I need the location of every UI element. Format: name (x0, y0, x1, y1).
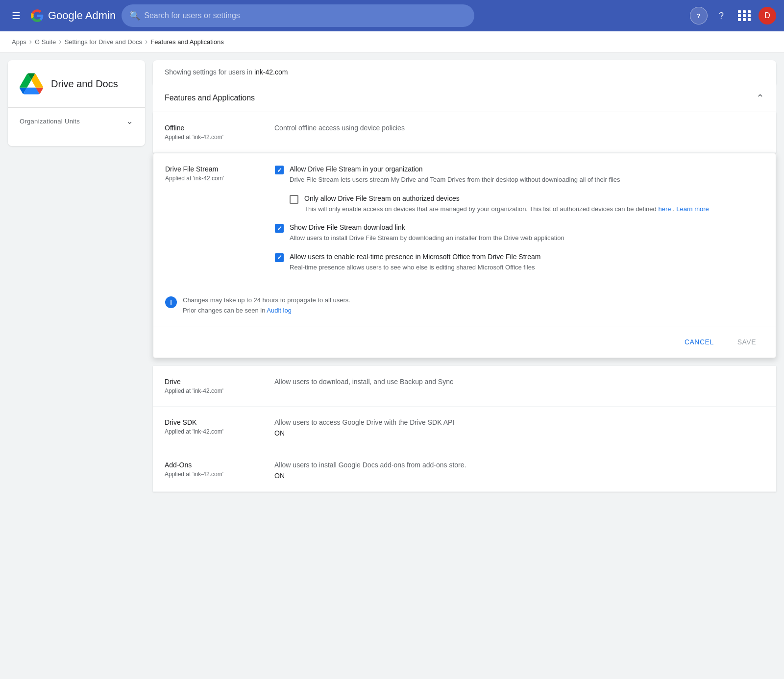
drive-sdk-title: Drive SDK (165, 418, 263, 426)
addons-row: Add-Ons Applied at 'ink-42.com' Allow us… (153, 449, 776, 492)
dfs-main-checkbox[interactable]: ✓ (275, 166, 284, 174)
check-mark: ✓ (277, 167, 282, 174)
dfs-authorized-checkbox-item: Only allow Drive File Stream on authoriz… (290, 194, 764, 214)
dfs-label: Drive File Stream Applied at 'ink-42.com… (165, 165, 263, 182)
breadcrumb-sep-3: › (145, 37, 147, 46)
drive-sdk-description: Allow users to access Google Drive with … (274, 418, 764, 426)
org-units-header[interactable]: Organizational Units ⌄ (8, 108, 145, 134)
learn-more-link[interactable]: Learn more (676, 205, 709, 213)
google-logo-icon (30, 9, 44, 23)
nav-right: ? ? D (690, 6, 776, 25)
menu-icon[interactable]: ☰ (8, 6, 24, 25)
dfs-download-checkbox-item: ✓ Show Drive File Stream download link A… (275, 223, 764, 243)
panel-header-row: Drive File Stream Applied at 'ink-42.com… (153, 153, 776, 284)
user-avatar[interactable]: D (759, 7, 776, 24)
collapse-icon: ⌃ (756, 92, 764, 104)
dfs-authorized-desc: This will only enable access on devices … (304, 204, 709, 214)
offline-title: Offline (165, 124, 263, 132)
content-area: Showing settings for users in ink-42.com… (153, 60, 776, 675)
dfs-main-desc: Drive File Stream lets users stream My D… (290, 175, 620, 185)
here-link[interactable]: here (658, 205, 671, 213)
features-header[interactable]: Features and Applications ⌃ (153, 84, 776, 112)
addons-status: ON (274, 472, 764, 480)
dfs-download-label: Show Drive File Stream download link (290, 223, 564, 231)
top-nav: ☰ Google Admin 🔍 ? ? D (0, 0, 784, 31)
breadcrumb: Apps › G Suite › Settings for Drive and … (0, 31, 784, 52)
search-icon: 🔍 (129, 10, 140, 21)
addons-title: Add-Ons (165, 461, 263, 469)
info-icon: i (165, 296, 177, 308)
check-mark-3: ✓ (277, 254, 282, 261)
dfs-presence-checkbox-item: ✓ Allow users to enable real-time presen… (275, 253, 764, 272)
offline-section: Offline Applied at 'ink-42.com' Control … (153, 112, 776, 153)
help-icon[interactable]: ? (711, 6, 731, 25)
drive-sdk-status: ON (274, 429, 764, 437)
addons-applied: Applied at 'ink-42.com' (165, 471, 263, 478)
showing-domain: ink-42.com (254, 68, 288, 76)
dfs-content: ✓ Allow Drive File Stream in your organi… (275, 165, 764, 272)
sidebar-app-header: Drive and Docs (8, 72, 145, 107)
apps-grid-icon[interactable] (735, 6, 755, 25)
support-icon[interactable]: ? (690, 7, 708, 24)
addons-label: Add-Ons Applied at 'ink-42.com' (165, 461, 263, 478)
showing-prefix: Showing settings for users in (165, 68, 252, 76)
info-line2-pre: Prior changes can be seen in (183, 307, 265, 314)
drive-file-stream-panel: Drive File Stream Applied at 'ink-42.com… (153, 153, 776, 358)
info-box: i Changes may take up to 24 hours to pro… (153, 295, 776, 326)
search-input[interactable] (144, 11, 466, 20)
drive-sdk-row: Drive SDK Applied at 'ink-42.com' Allow … (153, 407, 776, 449)
showing-settings-bar: Showing settings for users in ink-42.com (153, 60, 776, 84)
sidebar-section: Organizational Units ⌄ (8, 107, 145, 134)
drive-description: Allow users to download, install, and us… (274, 378, 764, 386)
dfs-presence-checkbox[interactable]: ✓ (275, 253, 284, 262)
breadcrumb-sep-2: › (59, 37, 61, 46)
chevron-down-icon: ⌄ (126, 116, 133, 126)
dfs-title: Drive File Stream (165, 165, 263, 173)
dfs-authorized-label: Only allow Drive File Stream on authoriz… (304, 194, 709, 202)
dfs-authorized-pre: This will only enable access on devices … (304, 205, 657, 213)
drive-sdk-label: Drive SDK Applied at 'ink-42.com' (165, 418, 263, 435)
search-bar[interactable]: 🔍 (122, 4, 474, 27)
drive-sdk-applied: Applied at 'ink-42.com' (165, 428, 263, 435)
sidebar-app-title: Drive and Docs (51, 78, 118, 90)
drive-label: Drive Applied at 'ink-42.com' (165, 378, 263, 394)
drive-title: Drive (165, 378, 263, 386)
dfs-download-checkbox[interactable]: ✓ (275, 224, 284, 233)
app-logo[interactable]: Google Admin (30, 9, 116, 23)
breadcrumb-current: Features and Applications (150, 38, 224, 46)
audit-log-link[interactable]: Audit log (267, 307, 292, 314)
info-line1: Changes may take up to 24 hours to propa… (183, 296, 350, 304)
addons-description: Allow users to install Google Docs add-o… (274, 461, 764, 469)
drive-icon (20, 72, 43, 96)
app-name: Google Admin (48, 9, 116, 22)
dfs-main-checkbox-item: ✓ Allow Drive File Stream in your organi… (275, 165, 764, 185)
offline-row: Offline Applied at 'ink-42.com' Control … (153, 112, 776, 153)
cancel-button[interactable]: CANCEL (677, 334, 722, 350)
breadcrumb-settings[interactable]: Settings for Drive and Docs (65, 38, 142, 46)
org-units-label: Organizational Units (20, 118, 80, 125)
breadcrumb-gsuite[interactable]: G Suite (35, 38, 56, 46)
dfs-authorized-checkbox[interactable] (290, 195, 298, 204)
breadcrumb-sep-1: › (29, 37, 32, 46)
breadcrumb-apps[interactable]: Apps (12, 38, 26, 46)
offline-label: Offline Applied at 'ink-42.com' (165, 124, 263, 141)
drive-row: Drive Applied at 'ink-42.com' Allow user… (153, 366, 776, 407)
dfs-main-label: Allow Drive File Stream in your organiza… (290, 165, 620, 173)
drive-sdk-content: Allow users to access Google Drive with … (274, 418, 764, 437)
offline-description: Control offline access using device poli… (274, 124, 764, 132)
addons-content: Allow users to install Google Docs add-o… (274, 461, 764, 480)
dfs-applied: Applied at 'ink-42.com' (165, 175, 263, 182)
check-mark-2: ✓ (277, 225, 282, 232)
apps-grid (738, 10, 752, 21)
features-title: Features and Applications (165, 94, 255, 102)
dfs-presence-label: Allow users to enable real-time presence… (290, 253, 540, 261)
drive-section: Drive Applied at 'ink-42.com' Allow user… (153, 366, 776, 492)
drive-applied: Applied at 'ink-42.com' (165, 388, 263, 394)
save-button[interactable]: SAVE (730, 334, 764, 350)
main-layout: Drive and Docs Organizational Units ⌄ Sh… (0, 52, 784, 679)
dfs-presence-desc: Real-time presence allows users to see w… (290, 263, 540, 272)
info-text-content: Changes may take up to 24 hours to propa… (183, 295, 350, 316)
panel-actions: CANCEL SAVE (153, 326, 776, 358)
support-label: ? (697, 12, 701, 20)
dfs-download-desc: Allow users to install Drive File Stream… (290, 233, 564, 243)
